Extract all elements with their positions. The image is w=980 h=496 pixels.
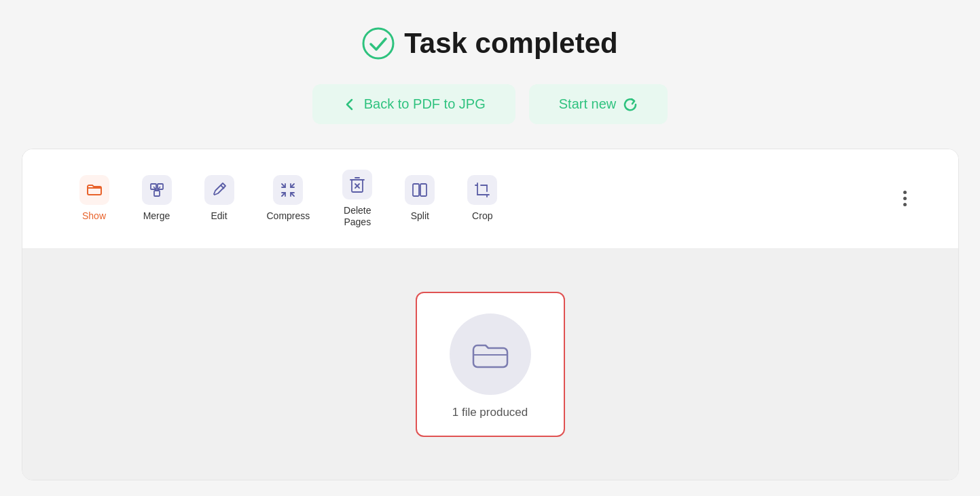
toolbar: Show Merge Edit (22, 149, 958, 249)
delete-pages-icon-box (342, 170, 372, 199)
tool-delete-pages[interactable]: DeletePages (326, 164, 388, 233)
edit-label: Edit (211, 210, 227, 222)
show-icon-box (79, 175, 109, 205)
svg-rect-16 (420, 184, 427, 196)
folder-icon (467, 330, 514, 378)
more-options-button[interactable] (892, 185, 918, 212)
compress-label: Compress (267, 210, 310, 222)
crop-label: Crop (472, 210, 492, 222)
dot3 (903, 203, 907, 206)
folder-icon-circle (450, 313, 531, 395)
merge-icon-box (142, 175, 172, 205)
arrow-left-icon (342, 97, 357, 112)
split-icon (411, 181, 429, 199)
content-area: 1 file produced (22, 249, 958, 480)
folder-open-icon (86, 181, 103, 199)
split-icon-box (405, 175, 435, 205)
main-card: Show Merge Edit (22, 149, 959, 480)
start-new-button[interactable]: Start new (529, 84, 668, 124)
split-label: Split (411, 210, 429, 222)
tool-split[interactable]: Split (388, 170, 451, 227)
svg-rect-3 (154, 191, 160, 196)
compress-icon (279, 181, 297, 199)
refresh-icon (623, 97, 638, 112)
file-count-label: 1 file produced (452, 406, 528, 419)
crop-icon (473, 181, 491, 199)
page-header: Task completed (362, 27, 617, 60)
svg-point-0 (363, 28, 393, 58)
dot1 (903, 191, 907, 194)
tool-crop[interactable]: Crop (451, 170, 513, 227)
compress-icon-box (273, 175, 303, 205)
tool-show[interactable]: Show (63, 170, 126, 227)
action-buttons: Back to PDF to JPG Start new (312, 84, 668, 124)
tool-merge[interactable]: Merge (126, 170, 188, 227)
edit-icon-box (204, 175, 234, 205)
file-produced-card[interactable]: 1 file produced (416, 292, 565, 437)
edit-icon (211, 181, 228, 199)
merge-icon (148, 181, 166, 199)
show-label: Show (82, 210, 106, 222)
merge-label: Merge (143, 210, 170, 222)
back-to-pdf-button[interactable]: Back to PDF to JPG (312, 84, 515, 124)
check-circle-icon (362, 27, 395, 60)
tool-edit[interactable]: Edit (188, 170, 251, 227)
delete-pages-icon (348, 176, 366, 193)
dot2 (903, 197, 907, 200)
svg-rect-15 (413, 184, 419, 196)
tool-compress[interactable]: Compress (251, 170, 327, 227)
crop-icon-box (467, 175, 497, 205)
delete-pages-label: DeletePages (344, 205, 371, 228)
page-title: Task completed (404, 27, 617, 60)
